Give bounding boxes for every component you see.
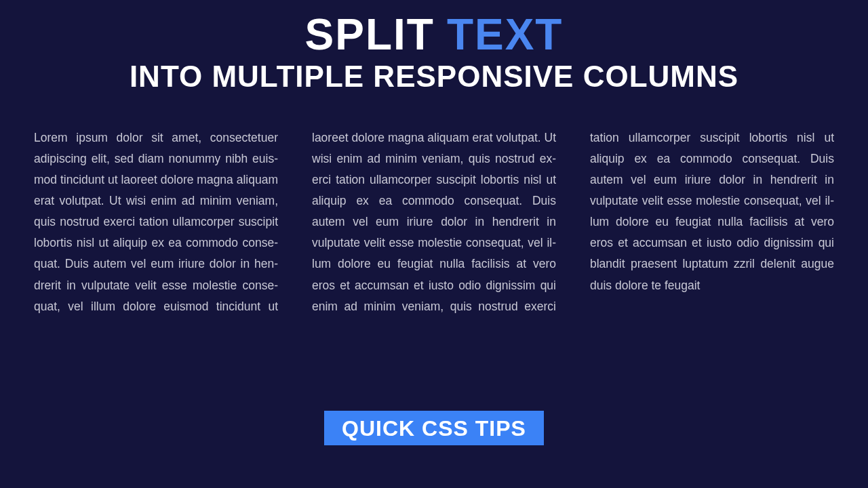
title-word-split: SPLIT bbox=[305, 10, 435, 59]
subtitle: INTO MULTIPLE RESPONSIVE COLUMNS bbox=[130, 60, 738, 93]
badge-quick-css-tips: QUICK CSS TIPS bbox=[324, 411, 544, 445]
title-word-text: TEXT bbox=[447, 10, 564, 59]
main-title: SPLITTEXT bbox=[305, 12, 564, 58]
body-columns: Lorem ipsum dolor sit amet, consectetuer… bbox=[34, 127, 834, 390]
